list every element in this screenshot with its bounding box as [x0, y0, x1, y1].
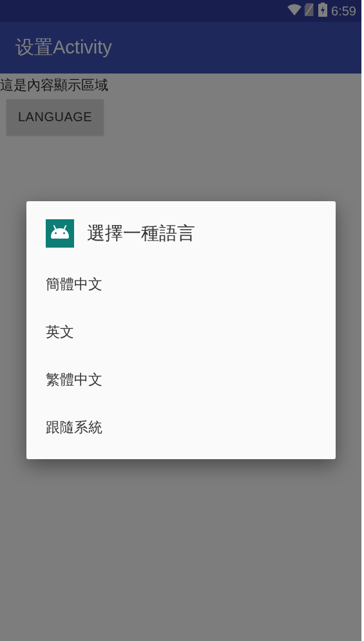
dialog-title: 選擇一種語言 [87, 221, 195, 246]
dialog-item-simplified-chinese[interactable]: 簡體中文 [26, 261, 336, 308]
dialog-header: 選擇一種語言 [26, 201, 336, 261]
language-dialog: 選擇一種語言 簡體中文 英文 繁體中文 跟隨系統 [26, 201, 336, 459]
dialog-overlay[interactable]: 選擇一種語言 簡體中文 英文 繁體中文 跟隨系統 [0, 0, 361, 641]
dialog-item-traditional-chinese[interactable]: 繁體中文 [26, 356, 336, 404]
screenshot-edge [361, 0, 364, 641]
dialog-item-english[interactable]: 英文 [26, 308, 336, 356]
device-screen: 6:59 设置Activity 這是內容顯示區域 LANGUAGE 選擇一種語言… [0, 0, 361, 641]
dialog-item-follow-system[interactable]: 跟隨系統 [26, 404, 336, 451]
android-icon [46, 219, 74, 248]
